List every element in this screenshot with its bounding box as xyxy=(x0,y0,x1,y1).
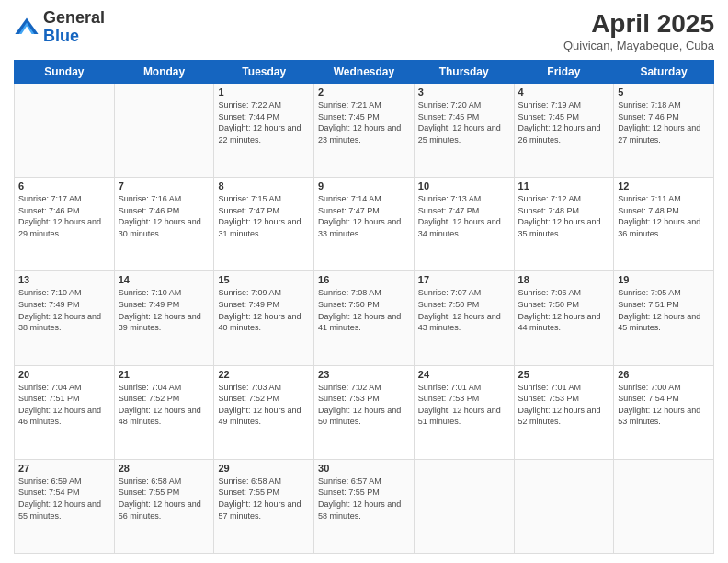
calendar-cell xyxy=(15,84,115,178)
day-info: Sunrise: 6:59 AM Sunset: 7:54 PM Dayligh… xyxy=(18,476,110,522)
calendar-cell: 16Sunrise: 7:08 AM Sunset: 7:50 PM Dayli… xyxy=(314,271,415,365)
calendar-cell: 1Sunrise: 7:22 AM Sunset: 7:44 PM Daylig… xyxy=(214,84,314,178)
calendar-cell: 20Sunrise: 7:04 AM Sunset: 7:51 PM Dayli… xyxy=(15,365,115,459)
day-number: 27 xyxy=(18,463,110,474)
calendar-cell: 9Sunrise: 7:14 AM Sunset: 7:47 PM Daylig… xyxy=(314,178,415,271)
day-info: Sunrise: 7:14 AM Sunset: 7:47 PM Dayligh… xyxy=(318,193,410,239)
day-info: Sunrise: 7:11 AM Sunset: 7:48 PM Dayligh… xyxy=(618,193,710,239)
calendar-cell xyxy=(414,459,514,553)
title-location: Quivican, Mayabeque, Cuba xyxy=(563,39,714,52)
day-number: 15 xyxy=(218,274,310,285)
day-number: 7 xyxy=(119,180,210,191)
day-info: Sunrise: 7:09 AM Sunset: 7:49 PM Dayligh… xyxy=(218,287,310,333)
day-number: 28 xyxy=(119,463,210,474)
day-info: Sunrise: 7:07 AM Sunset: 7:50 PM Dayligh… xyxy=(418,287,510,333)
day-info: Sunrise: 6:58 AM Sunset: 7:55 PM Dayligh… xyxy=(218,476,310,522)
day-info: Sunrise: 7:10 AM Sunset: 7:49 PM Dayligh… xyxy=(119,287,210,333)
calendar-cell: 23Sunrise: 7:02 AM Sunset: 7:53 PM Dayli… xyxy=(314,365,415,459)
calendar-cell: 30Sunrise: 6:57 AM Sunset: 7:55 PM Dayli… xyxy=(314,459,415,553)
logo-general: General xyxy=(43,8,105,27)
calendar-table: SundayMondayTuesdayWednesdayThursdayFrid… xyxy=(14,60,714,554)
logo-icon xyxy=(14,15,40,40)
calendar-header-saturday: Saturday xyxy=(614,61,714,84)
calendar-cell: 24Sunrise: 7:01 AM Sunset: 7:53 PM Dayli… xyxy=(414,365,514,459)
calendar-week-5: 27Sunrise: 6:59 AM Sunset: 7:54 PM Dayli… xyxy=(15,459,714,553)
day-info: Sunrise: 7:03 AM Sunset: 7:52 PM Dayligh… xyxy=(218,382,310,428)
calendar-cell: 2Sunrise: 7:21 AM Sunset: 7:45 PM Daylig… xyxy=(314,84,415,178)
calendar-week-1: 1Sunrise: 7:22 AM Sunset: 7:44 PM Daylig… xyxy=(15,84,714,178)
day-number: 5 xyxy=(618,86,710,98)
day-info: Sunrise: 7:06 AM Sunset: 7:50 PM Dayligh… xyxy=(518,287,610,333)
page: General Blue April 2025 Quivican, Mayabe… xyxy=(0,0,728,563)
day-number: 18 xyxy=(518,274,610,285)
calendar-cell: 4Sunrise: 7:19 AM Sunset: 7:45 PM Daylig… xyxy=(514,84,614,178)
calendar-cell: 10Sunrise: 7:13 AM Sunset: 7:47 PM Dayli… xyxy=(414,178,514,271)
day-number: 9 xyxy=(318,180,410,191)
title-month: April 2025 xyxy=(563,9,714,39)
calendar-week-3: 13Sunrise: 7:10 AM Sunset: 7:49 PM Dayli… xyxy=(15,271,714,365)
calendar-cell: 13Sunrise: 7:10 AM Sunset: 7:49 PM Dayli… xyxy=(15,271,115,365)
calendar-cell: 7Sunrise: 7:16 AM Sunset: 7:46 PM Daylig… xyxy=(114,178,214,271)
calendar-cell: 3Sunrise: 7:20 AM Sunset: 7:45 PM Daylig… xyxy=(414,84,514,178)
calendar-cell xyxy=(514,459,614,553)
day-info: Sunrise: 7:18 AM Sunset: 7:46 PM Dayligh… xyxy=(618,99,710,145)
calendar-cell: 15Sunrise: 7:09 AM Sunset: 7:49 PM Dayli… xyxy=(214,271,314,365)
calendar-cell: 11Sunrise: 7:12 AM Sunset: 7:48 PM Dayli… xyxy=(514,178,614,271)
calendar-header-wednesday: Wednesday xyxy=(314,61,415,84)
calendar-cell xyxy=(614,459,714,553)
calendar-cell: 21Sunrise: 7:04 AM Sunset: 7:52 PM Dayli… xyxy=(114,365,214,459)
day-info: Sunrise: 7:02 AM Sunset: 7:53 PM Dayligh… xyxy=(318,382,410,428)
calendar-header-row: SundayMondayTuesdayWednesdayThursdayFrid… xyxy=(15,61,714,84)
calendar-header-thursday: Thursday xyxy=(414,61,514,84)
day-number: 20 xyxy=(18,369,110,380)
logo-blue: Blue xyxy=(43,27,79,45)
title-block: April 2025 Quivican, Mayabeque, Cuba xyxy=(563,9,714,52)
calendar-cell: 26Sunrise: 7:00 AM Sunset: 7:54 PM Dayli… xyxy=(614,365,714,459)
day-number: 29 xyxy=(218,463,310,474)
day-number: 24 xyxy=(418,369,510,380)
calendar-cell: 29Sunrise: 6:58 AM Sunset: 7:55 PM Dayli… xyxy=(214,459,314,553)
day-number: 19 xyxy=(618,274,710,285)
day-info: Sunrise: 7:01 AM Sunset: 7:53 PM Dayligh… xyxy=(518,382,610,428)
day-info: Sunrise: 7:04 AM Sunset: 7:51 PM Dayligh… xyxy=(18,382,110,428)
calendar-header-tuesday: Tuesday xyxy=(214,61,314,84)
day-number: 11 xyxy=(518,180,610,191)
calendar-cell: 25Sunrise: 7:01 AM Sunset: 7:53 PM Dayli… xyxy=(514,365,614,459)
day-number: 23 xyxy=(318,369,410,380)
day-number: 2 xyxy=(318,86,410,98)
day-info: Sunrise: 7:13 AM Sunset: 7:47 PM Dayligh… xyxy=(418,193,510,239)
header: General Blue April 2025 Quivican, Mayabe… xyxy=(14,9,714,52)
day-info: Sunrise: 7:15 AM Sunset: 7:47 PM Dayligh… xyxy=(218,193,310,239)
logo: General Blue xyxy=(14,9,105,46)
calendar-cell: 14Sunrise: 7:10 AM Sunset: 7:49 PM Dayli… xyxy=(114,271,214,365)
calendar-cell: 27Sunrise: 6:59 AM Sunset: 7:54 PM Dayli… xyxy=(15,459,115,553)
calendar-cell: 17Sunrise: 7:07 AM Sunset: 7:50 PM Dayli… xyxy=(414,271,514,365)
day-number: 14 xyxy=(119,274,210,285)
day-info: Sunrise: 6:58 AM Sunset: 7:55 PM Dayligh… xyxy=(119,476,210,522)
day-number: 3 xyxy=(418,86,510,98)
calendar-cell: 8Sunrise: 7:15 AM Sunset: 7:47 PM Daylig… xyxy=(214,178,314,271)
calendar-cell: 19Sunrise: 7:05 AM Sunset: 7:51 PM Dayli… xyxy=(614,271,714,365)
day-number: 25 xyxy=(518,369,610,380)
day-number: 21 xyxy=(119,369,210,380)
day-info: Sunrise: 7:21 AM Sunset: 7:45 PM Dayligh… xyxy=(318,99,410,145)
day-number: 4 xyxy=(518,86,610,98)
calendar-cell: 28Sunrise: 6:58 AM Sunset: 7:55 PM Dayli… xyxy=(114,459,214,553)
day-number: 6 xyxy=(18,180,110,191)
day-info: Sunrise: 7:17 AM Sunset: 7:46 PM Dayligh… xyxy=(18,193,110,239)
day-info: Sunrise: 7:08 AM Sunset: 7:50 PM Dayligh… xyxy=(318,287,410,333)
calendar-cell xyxy=(114,84,214,178)
day-info: Sunrise: 7:01 AM Sunset: 7:53 PM Dayligh… xyxy=(418,382,510,428)
day-info: Sunrise: 7:16 AM Sunset: 7:46 PM Dayligh… xyxy=(119,193,210,239)
day-number: 30 xyxy=(318,463,410,474)
day-info: Sunrise: 7:19 AM Sunset: 7:45 PM Dayligh… xyxy=(518,99,610,145)
calendar-cell: 12Sunrise: 7:11 AM Sunset: 7:48 PM Dayli… xyxy=(614,178,714,271)
logo-text: General Blue xyxy=(43,9,105,46)
day-info: Sunrise: 7:12 AM Sunset: 7:48 PM Dayligh… xyxy=(518,193,610,239)
day-info: Sunrise: 7:10 AM Sunset: 7:49 PM Dayligh… xyxy=(18,287,110,333)
calendar-cell: 5Sunrise: 7:18 AM Sunset: 7:46 PM Daylig… xyxy=(614,84,714,178)
day-info: Sunrise: 7:05 AM Sunset: 7:51 PM Dayligh… xyxy=(618,287,710,333)
day-info: Sunrise: 6:57 AM Sunset: 7:55 PM Dayligh… xyxy=(318,476,410,522)
day-info: Sunrise: 7:00 AM Sunset: 7:54 PM Dayligh… xyxy=(618,382,710,428)
calendar-header-monday: Monday xyxy=(114,61,214,84)
